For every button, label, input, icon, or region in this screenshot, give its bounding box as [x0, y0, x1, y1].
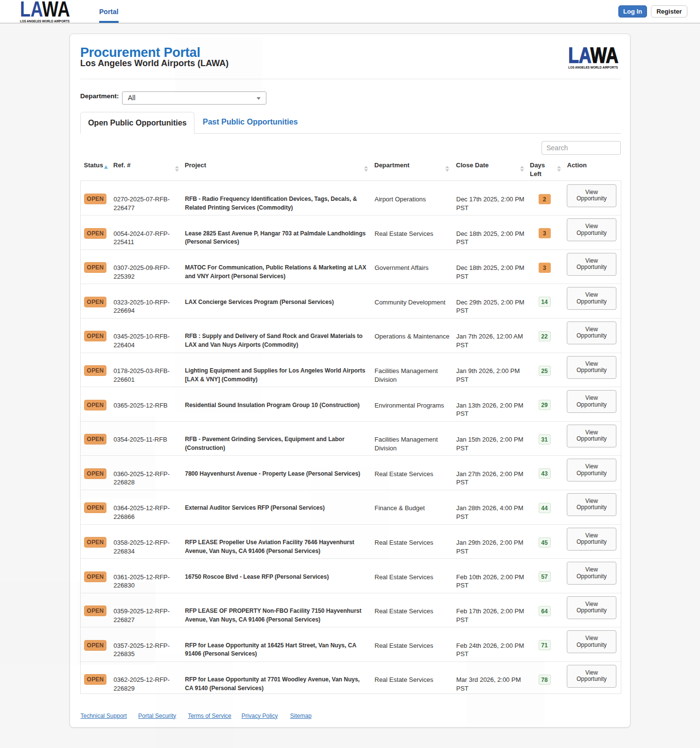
svg-text:LOS ANGELES WORLD AIRPORTS: LOS ANGELES WORLD AIRPORTS — [568, 65, 618, 70]
svg-text:LOS ANGELES WORLD AIRPORTS: LOS ANGELES WORLD AIRPORTS — [20, 19, 70, 23]
